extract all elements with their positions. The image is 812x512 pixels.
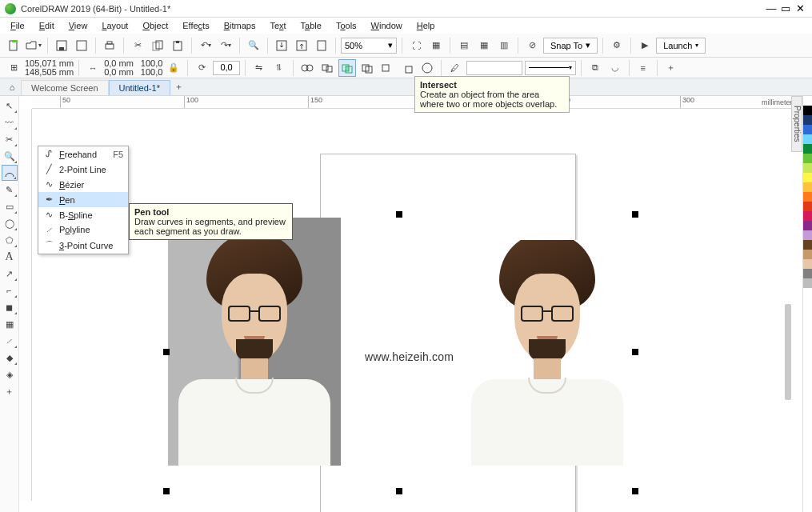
show-guides-button[interactable]: ▥ xyxy=(495,37,513,54)
canvas-area[interactable]: 050100150200250300 millimeters xyxy=(19,96,812,512)
swatch[interactable] xyxy=(803,230,812,240)
artistic-media-tool[interactable]: ✎ xyxy=(2,182,18,198)
simplify-button[interactable] xyxy=(358,59,376,77)
swatch[interactable] xyxy=(803,106,812,115)
flyout-freehand[interactable]: ᔑFreehandF5 xyxy=(38,146,128,162)
menu-tools[interactable]: Tools xyxy=(330,19,362,32)
mirror-v-button[interactable]: ⥮ xyxy=(270,59,288,77)
add-preset-button[interactable]: ＋ xyxy=(662,59,680,77)
paste-button[interactable] xyxy=(169,37,186,54)
selection-handle[interactable] xyxy=(632,488,638,494)
selection-handle[interactable] xyxy=(632,349,638,355)
selection-handle[interactable] xyxy=(632,211,638,218)
menu-effects[interactable]: Effects xyxy=(177,19,214,32)
zoom-level-select[interactable]: 50%▾ xyxy=(341,38,397,54)
connector-tool[interactable]: ⌐ xyxy=(2,282,18,298)
fill-tool[interactable]: ◆ xyxy=(2,350,18,366)
publish-pdf-button[interactable] xyxy=(313,37,330,54)
swatch[interactable] xyxy=(803,211,812,221)
flyout-bezier[interactable]: ∿Bézier xyxy=(38,177,128,192)
maximize-button[interactable]: ▭ xyxy=(778,2,793,14)
swatch[interactable] xyxy=(803,182,812,192)
menu-file[interactable]: File xyxy=(5,19,30,32)
selection-handle[interactable] xyxy=(163,488,170,494)
flyout-bspline[interactable]: ∿B-Spline xyxy=(38,207,128,222)
zoom-tool[interactable]: 🔍 xyxy=(2,148,18,164)
front-minus-back-button[interactable] xyxy=(378,59,396,77)
search-button[interactable]: 🔍 xyxy=(245,37,262,54)
size-fields[interactable]: 0,0 mm0,0 mm xyxy=(104,59,134,77)
menu-table[interactable]: Table xyxy=(295,19,327,32)
open-button[interactable]: ▾ xyxy=(25,37,42,54)
snap-to-select[interactable]: Snap To▾ xyxy=(543,38,598,54)
swatch[interactable] xyxy=(803,125,812,134)
scale-fields[interactable]: 100,0100,0 xyxy=(141,59,163,77)
transparency-tool[interactable]: ▦ xyxy=(2,316,18,332)
copy-button[interactable] xyxy=(149,37,166,54)
fullscreen-button[interactable]: ⛶ xyxy=(407,37,425,54)
convert-curves-button[interactable]: ◡ xyxy=(606,59,624,77)
trim-button[interactable] xyxy=(318,59,336,77)
photo-cutout[interactable] xyxy=(461,240,634,466)
crop-tool[interactable]: ✂ xyxy=(2,131,18,147)
flyout-pen[interactable]: ✒Pen xyxy=(38,192,128,207)
swatch[interactable] xyxy=(803,221,812,230)
save-button[interactable] xyxy=(53,37,70,54)
menu-window[interactable]: Window xyxy=(366,19,408,32)
selection-handle[interactable] xyxy=(163,349,170,355)
selection-handle[interactable] xyxy=(396,488,402,494)
position-fields[interactable]: 105,071 mm148,505 mm xyxy=(25,59,74,77)
freehand-tool-group[interactable] xyxy=(2,165,18,181)
menu-bitmaps[interactable]: Bitmaps xyxy=(218,19,262,32)
flyout-3point-curve[interactable]: ⌒3-Point Curve xyxy=(38,237,128,254)
outline-style-select[interactable]: ▾ xyxy=(525,61,576,75)
show-grid-button[interactable]: ▦ xyxy=(475,37,493,54)
weld-button[interactable] xyxy=(298,59,316,77)
options-button[interactable]: ⚙ xyxy=(608,37,626,54)
intersect-button[interactable] xyxy=(338,59,356,77)
eyedropper-tool[interactable]: ⟋ xyxy=(2,333,18,349)
new-button[interactable] xyxy=(5,37,22,54)
preview-button[interactable]: ▦ xyxy=(427,37,445,54)
polygon-tool[interactable]: ⬠ xyxy=(2,232,18,248)
tab-welcome[interactable]: Welcome Screen xyxy=(21,80,109,95)
wrap-text-button[interactable]: ⧉ xyxy=(586,59,604,77)
swatch[interactable] xyxy=(803,278,812,288)
flyout-2point-line[interactable]: ╱2-Point Line xyxy=(38,162,128,177)
parallel-dim-tool[interactable]: ↗ xyxy=(2,266,18,282)
object-origin-button[interactable]: ⊞ xyxy=(5,59,22,77)
text-tool[interactable]: A xyxy=(2,249,18,265)
swatch[interactable] xyxy=(803,154,812,163)
outline-width-select[interactable] xyxy=(466,61,522,75)
flyout-polyline[interactable]: ⟋Polyline xyxy=(38,222,128,237)
swatch[interactable] xyxy=(803,144,812,154)
show-rulers-button[interactable]: ▤ xyxy=(455,37,473,54)
pick-tool[interactable]: ↖ xyxy=(2,98,18,114)
launch-select[interactable]: Launch▾ xyxy=(656,38,706,54)
back-minus-front-button[interactable] xyxy=(398,59,416,77)
ruler-vertical[interactable] xyxy=(19,109,32,501)
save-as-button[interactable] xyxy=(73,37,90,54)
swatch[interactable] xyxy=(803,115,812,125)
swatch[interactable] xyxy=(803,240,812,250)
swatch[interactable] xyxy=(803,269,812,278)
swatch[interactable] xyxy=(803,134,812,144)
selection-handle[interactable] xyxy=(396,211,402,218)
swatch[interactable] xyxy=(803,173,812,182)
minimize-button[interactable]: — xyxy=(764,2,778,14)
lock-ratio-button[interactable]: 🔒 xyxy=(165,59,182,77)
outline-pen-icon[interactable]: 🖊 xyxy=(446,59,464,77)
export-button[interactable] xyxy=(293,37,310,54)
drawing-canvas[interactable]: www.heizeih.com xyxy=(32,109,801,501)
close-button[interactable]: ✕ xyxy=(793,2,807,14)
snap-off-button[interactable]: ⊘ xyxy=(523,37,541,54)
menu-text[interactable]: Text xyxy=(264,19,291,32)
swatch[interactable] xyxy=(803,259,812,269)
color-palette[interactable] xyxy=(802,96,812,512)
quick-customize-button[interactable]: ＋ xyxy=(2,383,18,399)
shape-tool[interactable]: 〰 xyxy=(2,114,18,130)
print-button[interactable] xyxy=(101,37,118,54)
swatch[interactable] xyxy=(803,96,812,106)
rotation-field[interactable]: 0,0 xyxy=(213,61,239,75)
ellipse-tool[interactable]: ◯ xyxy=(2,215,18,231)
